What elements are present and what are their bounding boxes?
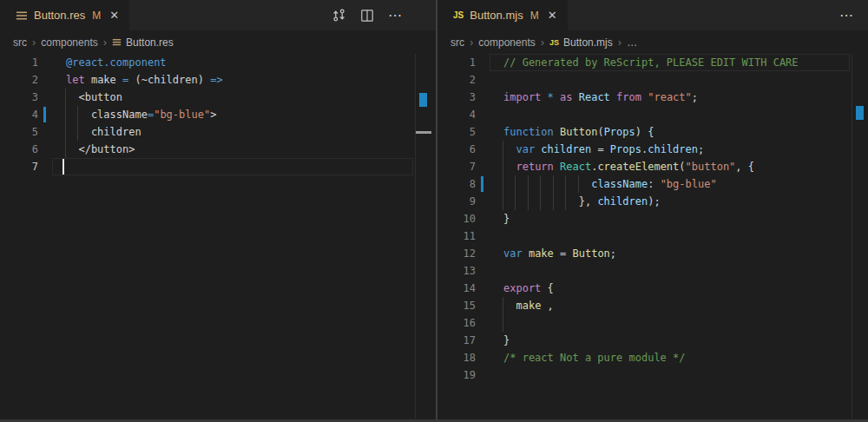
overview-ruler xyxy=(852,54,852,419)
breadcrumb-src[interactable]: src xyxy=(450,36,464,49)
tab-button-res[interactable]: Button.res M ✕ xyxy=(0,0,129,30)
line-number: 2 xyxy=(0,71,38,89)
line-number: 3 xyxy=(0,89,38,106)
code-editor-left[interactable]: 1@react.component2let make = (~children)… xyxy=(0,54,436,422)
gutter-modified-marker xyxy=(43,107,46,122)
js-icon: JS xyxy=(453,10,464,20)
code-text: </button> xyxy=(66,141,135,158)
line-number: 11 xyxy=(437,227,476,245)
close-icon[interactable]: ✕ xyxy=(109,9,119,22)
code-line[interactable]: 14export { xyxy=(437,280,868,297)
code-line[interactable]: 6 var children = Props.children; xyxy=(437,141,868,158)
code-line[interactable]: 6 </button> xyxy=(0,141,436,158)
code-text: make , xyxy=(503,297,554,314)
code-line[interactable]: 4 xyxy=(437,106,868,123)
code-text: } xyxy=(503,332,510,349)
line-number: 16 xyxy=(437,314,476,332)
chevron-right-icon: › xyxy=(541,36,544,49)
code-line[interactable]: 10} xyxy=(437,210,868,227)
split-editor-icon[interactable] xyxy=(360,9,374,23)
code-text: }, children); xyxy=(503,193,661,210)
overview-modified-marker xyxy=(856,106,864,120)
close-icon[interactable]: ✕ xyxy=(548,9,557,22)
breadcrumb-src[interactable]: src xyxy=(13,36,27,49)
code-editor-right[interactable]: 1// Generated by ReScript, PLEASE EDIT W… xyxy=(437,54,868,422)
code-line[interactable]: 7 return React.createElement("button", { xyxy=(437,158,868,175)
code-text: <button xyxy=(66,89,122,106)
line-number: 7 xyxy=(0,158,38,175)
modified-badge: M xyxy=(92,10,101,22)
code-text: var make = Button; xyxy=(503,245,616,262)
code-line[interactable]: 3 <button xyxy=(0,89,436,106)
text-cursor xyxy=(62,159,64,175)
code-line[interactable]: 5 children xyxy=(0,123,436,141)
code-text: var children = Props.children; xyxy=(503,141,704,158)
more-actions-icon[interactable]: ⋯ xyxy=(388,11,403,20)
overview-ruler xyxy=(415,54,416,419)
code-text: } xyxy=(503,210,510,227)
line-number: 6 xyxy=(0,141,38,158)
code-line[interactable]: 16 xyxy=(437,314,868,332)
line-number: 5 xyxy=(0,123,38,141)
code-line[interactable]: 18/* react Not a pure module */ xyxy=(437,349,868,366)
gutter-modified-marker xyxy=(481,176,483,192)
code-text: className: "bg-blue" xyxy=(503,175,717,193)
code-line[interactable]: 3import * as React from "react"; xyxy=(437,89,868,106)
breadcrumb-components[interactable]: components xyxy=(41,36,97,49)
code-text: let make = (~children) => xyxy=(66,71,223,89)
code-line[interactable]: 2 xyxy=(437,71,868,89)
line-number: 8 xyxy=(437,175,476,193)
line-number: 9 xyxy=(437,193,476,210)
breadcrumb-components[interactable]: components xyxy=(478,36,535,49)
code-text: // Generated by ReScript, PLEASE EDIT WI… xyxy=(503,54,799,71)
code-line[interactable]: 11 xyxy=(437,227,868,245)
line-number: 18 xyxy=(437,349,476,366)
code-text: @react.component xyxy=(66,54,167,71)
code-text: /* react Not a pure module */ xyxy=(503,349,686,366)
code-line[interactable]: 2let make = (~children) => xyxy=(0,71,436,89)
code-text: children xyxy=(66,123,141,141)
line-number: 15 xyxy=(437,297,476,314)
file-list-icon xyxy=(112,37,122,47)
line-number: 3 xyxy=(437,89,476,106)
vscode-window: Button.res M ✕ xyxy=(0,0,868,422)
breadcrumb-file[interactable]: Button.mjs xyxy=(563,36,613,49)
code-line[interactable]: 1@react.component xyxy=(0,54,436,71)
code-line[interactable]: 13 xyxy=(437,262,868,280)
code-line[interactable]: 1// Generated by ReScript, PLEASE EDIT W… xyxy=(437,54,868,71)
tab-button-mjs[interactable]: JS Button.mjs M ✕ xyxy=(437,0,568,30)
editor-pane-left: Button.res M ✕ xyxy=(0,0,436,422)
code-line[interactable]: 7 xyxy=(0,158,436,175)
code-line[interactable]: 9 }, children); xyxy=(437,193,868,210)
breadcrumb-file[interactable]: Button.res xyxy=(126,36,174,49)
open-changes-icon[interactable] xyxy=(332,8,346,23)
breadcrumb: src › components › JS Button.mjs › … xyxy=(437,30,868,54)
tab-title: Button.res xyxy=(34,9,85,22)
more-actions-icon[interactable]: ⋯ xyxy=(839,11,854,20)
tab-bar-left: Button.res M ✕ xyxy=(0,0,436,30)
code-line[interactable]: 19 xyxy=(437,366,868,384)
line-number: 12 xyxy=(437,245,476,262)
code-line[interactable]: 4 className="bg-blue"> xyxy=(0,106,436,123)
js-icon: JS xyxy=(549,38,559,47)
line-number: 1 xyxy=(437,54,476,71)
code-line[interactable]: 15 make , xyxy=(437,297,868,314)
line-number: 1 xyxy=(0,54,38,71)
editor-actions-right: ⋯ xyxy=(839,0,868,30)
editor-actions-left: ⋯ xyxy=(332,0,436,30)
line-number: 19 xyxy=(437,366,476,384)
code-line[interactable]: 5function Button(Props) { xyxy=(437,123,868,141)
code-line[interactable]: 17} xyxy=(437,332,868,349)
line-number: 10 xyxy=(437,210,476,227)
chevron-right-icon: › xyxy=(470,36,473,49)
overview-cursor-marker xyxy=(416,131,431,134)
breadcrumb-symbol[interactable]: … xyxy=(627,36,637,49)
code-text: function Button(Props) { xyxy=(503,123,654,141)
chevron-right-icon: › xyxy=(32,36,36,49)
overview-modified-marker xyxy=(419,93,427,107)
code-line[interactable]: 8 className: "bg-blue" xyxy=(437,175,868,193)
line-number: 17 xyxy=(437,332,476,349)
code-line[interactable]: 12var make = Button; xyxy=(437,245,868,262)
editor-pane-right: JS Button.mjs M ✕ ⋯ src › components › J… xyxy=(437,0,868,422)
code-text: export { xyxy=(503,280,554,297)
